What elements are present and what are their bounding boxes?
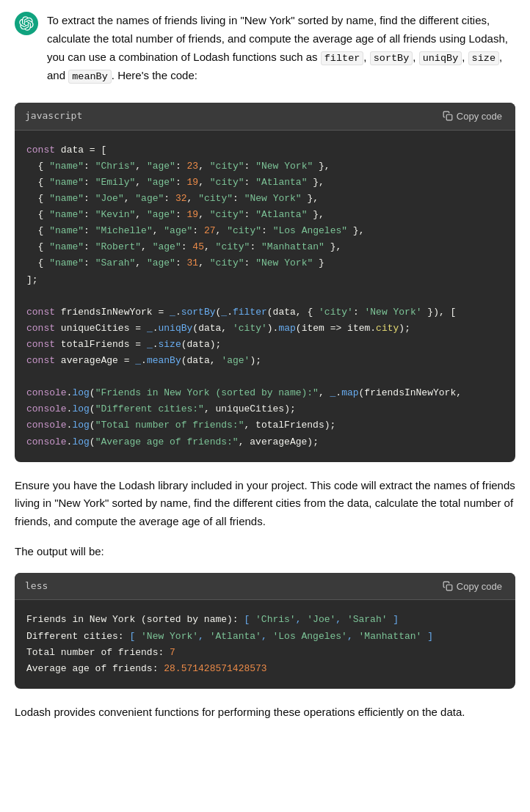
copy-label: Copy code — [457, 111, 502, 122]
inline-code-uniqby: uniqBy — [419, 51, 462, 65]
inline-code-meanby: meanBy — [68, 70, 112, 84]
output-block-header: less Copy code — [15, 573, 515, 601]
copy-output-icon — [443, 581, 453, 591]
code-content-js: const data = [ { "name": "Chris", "age":… — [15, 131, 515, 462]
less-code-block: less Copy code Friends in New York (sort… — [15, 573, 515, 689]
copy-output-label: Copy code — [457, 581, 502, 592]
intro-paragraph: To extract the names of friends living i… — [47, 12, 515, 85]
chatgpt-icon — [15, 12, 38, 35]
copy-icon — [443, 111, 453, 121]
svg-rect-1 — [446, 585, 452, 590]
output-content: Friends in New York (sorted by name): [ … — [15, 600, 515, 688]
js-code-block: javascript Copy code const data = [ { "n… — [15, 103, 515, 462]
output-label: The output will be: — [15, 543, 515, 561]
copy-code-button[interactable]: Copy code — [440, 109, 505, 123]
inline-code-sortby: sortBy — [370, 51, 413, 65]
footer-paragraph: Lodash provides convenient functions for… — [15, 703, 515, 722]
inline-code-filter: filter — [321, 51, 364, 65]
output-lang-label: less — [25, 579, 48, 594]
copy-output-button[interactable]: Copy code — [440, 579, 505, 593]
inline-code-size: size — [468, 51, 499, 65]
lang-label: javascript — [25, 109, 82, 124]
code-block-header: javascript Copy code — [15, 103, 515, 131]
svg-rect-0 — [446, 115, 452, 121]
middle-paragraph: Ensure you have the Lodash library inclu… — [15, 477, 515, 531]
